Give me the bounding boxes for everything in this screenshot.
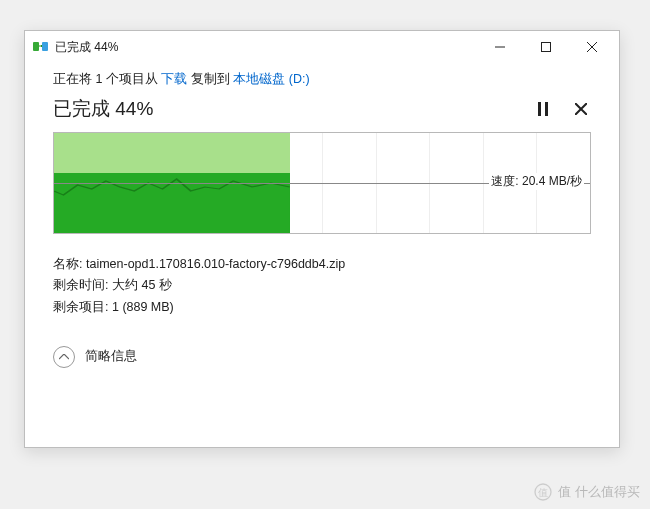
window-title: 已完成 44% xyxy=(55,39,477,56)
dest-link[interactable]: 本地磁盘 (D:) xyxy=(233,72,309,86)
svg-rect-0 xyxy=(33,42,39,51)
file-copy-dialog: 已完成 44% 正在将 1 个项目从 下载 复制到 本地磁盘 (D:) 已完成 … xyxy=(24,30,620,448)
titlebar[interactable]: 已完成 44% xyxy=(25,31,619,63)
svg-rect-7 xyxy=(545,102,548,116)
window-controls xyxy=(477,31,615,63)
transfer-details: 名称: taimen-opd1.170816.010-factory-c796d… xyxy=(53,254,591,318)
dialog-content: 正在将 1 个项目从 下载 复制到 本地磁盘 (D:) 已完成 44% xyxy=(25,63,619,384)
detail-time-remaining: 剩余时间: 大约 45 秒 xyxy=(53,275,591,296)
svg-text:值: 值 xyxy=(538,487,548,498)
copy-mid: 复制到 xyxy=(187,72,233,86)
minimize-button[interactable] xyxy=(477,31,523,63)
transfer-chart: 速度: 20.4 MB/秒 xyxy=(53,132,591,234)
copy-prefix: 正在将 1 个项目从 xyxy=(53,72,161,86)
svg-rect-3 xyxy=(542,43,551,52)
cancel-button[interactable] xyxy=(571,99,591,119)
maximize-button[interactable] xyxy=(523,31,569,63)
watermark-icon: 值 xyxy=(534,483,552,501)
source-link[interactable]: 下载 xyxy=(161,72,187,86)
chart-speed-area xyxy=(54,173,290,233)
chevron-up-icon xyxy=(59,354,69,360)
close-button[interactable] xyxy=(569,31,615,63)
progress-row: 已完成 44% xyxy=(53,96,591,122)
watermark-text: 值 什么值得买 xyxy=(558,483,640,501)
detail-items-remaining: 剩余项目: 1 (889 MB) xyxy=(53,297,591,318)
details-toggle-label[interactable]: 简略信息 xyxy=(85,348,137,365)
progress-controls xyxy=(533,99,591,119)
watermark: 值 值 什么值得买 xyxy=(534,483,640,501)
details-toggle-row: 简略信息 xyxy=(53,346,591,368)
copy-transfer-icon xyxy=(33,39,49,55)
svg-rect-6 xyxy=(538,102,541,116)
copy-description: 正在将 1 个项目从 下载 复制到 本地磁盘 (D:) xyxy=(53,71,591,88)
detail-name: 名称: taimen-opd1.170816.010-factory-c796d… xyxy=(53,254,591,275)
speed-label: 速度: 20.4 MB/秒 xyxy=(489,173,584,190)
progress-text: 已完成 44% xyxy=(53,96,153,122)
pause-button[interactable] xyxy=(533,99,553,119)
svg-rect-1 xyxy=(42,42,48,51)
collapse-button[interactable] xyxy=(53,346,75,368)
